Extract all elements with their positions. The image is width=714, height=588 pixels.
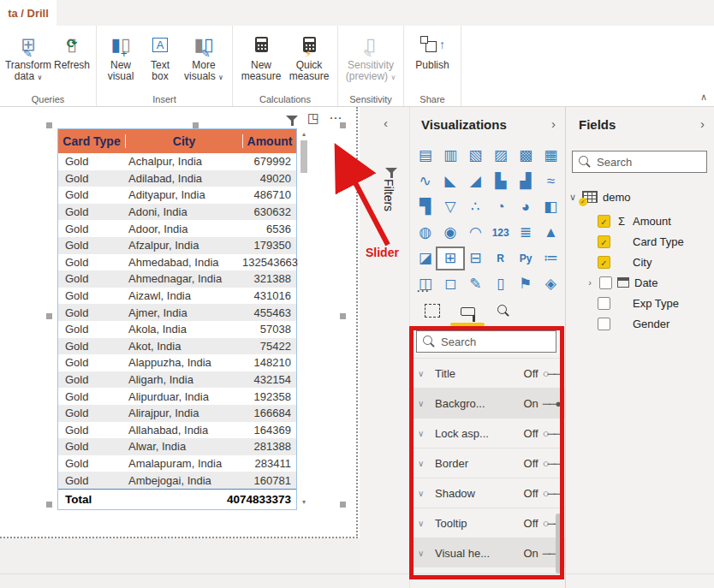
stacked-column-chart-icon[interactable]: ▥ — [437, 146, 462, 166]
format-search-input[interactable]: Search — [416, 330, 556, 353]
collapse-ribbon-icon[interactable]: ∧ — [700, 92, 707, 103]
field-exp-type[interactable]: Exp Type — [598, 293, 679, 313]
chevron-down-icon[interactable]: ∨ — [568, 192, 577, 203]
line-clustered-column-chart-icon[interactable]: ▟ — [513, 171, 538, 192]
stacked-area-chart-icon[interactable]: ◢ — [463, 171, 488, 192]
tab-analytics[interactable] — [497, 304, 510, 321]
text-box-button[interactable]: A Text box — [141, 29, 179, 82]
slicer-icon[interactable]: ◪ — [413, 248, 437, 269]
new-measure-button[interactable]: New measure — [238, 29, 284, 82]
pie-chart-icon[interactable]: ◔ — [488, 197, 513, 217]
gauge-icon[interactable]: ◠ — [463, 223, 488, 243]
column-header-card-type[interactable]: Card Type — [58, 134, 125, 148]
checkbox-card-type[interactable]: ✓ — [598, 235, 610, 248]
line-stacked-column-chart-icon[interactable]: ▙ — [488, 171, 513, 192]
100-stacked-bar-chart-icon[interactable]: ▩ — [513, 146, 538, 166]
sensitivity-button[interactable]: ▯✎ Sensitivity (preview) ∨ — [343, 29, 398, 83]
title-toggle[interactable]: ○── — [543, 367, 560, 380]
collapse-fields-icon[interactable]: › — [700, 116, 705, 131]
format-section-tooltip[interactable]: ∨ Tooltip Off ○── — [413, 508, 565, 538]
border-toggle[interactable]: ○── — [543, 457, 560, 470]
column-header-amount[interactable]: Amount — [242, 134, 296, 148]
resize-handle[interactable] — [46, 122, 52, 128]
table-scrollbar[interactable]: ▴ ▾ — [299, 128, 309, 508]
checkbox-gender[interactable] — [598, 318, 610, 330]
fields-search-input[interactable]: Search — [572, 151, 707, 173]
funnel-chart-icon[interactable]: ▽ — [437, 197, 462, 217]
table-row[interactable]: Gold Adilabad, India 49020 — [58, 170, 296, 187]
table-row[interactable]: Gold Afzalpur, India 179350 — [58, 237, 296, 254]
scrollbar-thumb[interactable] — [300, 140, 307, 173]
stacked-bar-chart-icon[interactable]: ▤ — [413, 146, 437, 166]
table-row[interactable]: Gold Alirajpur, India 166684 — [58, 405, 296, 422]
field-table-demo[interactable]: ∨ ✓ demo — [568, 187, 631, 207]
resize-handle[interactable] — [340, 502, 346, 508]
card-icon[interactable]: 123 — [488, 223, 513, 243]
checkbox-exp-type[interactable] — [598, 297, 610, 310]
resize-handle[interactable] — [340, 313, 346, 319]
field-city[interactable]: ✓ City — [598, 252, 652, 272]
python-script-icon[interactable]: Py — [513, 248, 538, 269]
line-chart-icon[interactable]: ∿ — [413, 171, 437, 192]
ribbon-chart-icon[interactable]: ≈ — [538, 171, 563, 192]
paginated-report-icon[interactable]: ▯ — [488, 274, 513, 294]
table-row[interactable]: Gold Aligarh, India 432154 — [58, 371, 296, 389]
treemap-icon[interactable]: ◧ — [538, 197, 563, 217]
kpi-icon[interactable]: ▲ — [538, 223, 563, 243]
format-section-lock-aspect[interactable]: ∨ Lock asp... Off ○── — [413, 418, 565, 448]
checkbox-city[interactable]: ✓ — [598, 256, 610, 269]
table-row[interactable]: Gold Alipurduar, India 192358 — [58, 388, 296, 405]
checkbox-amount[interactable]: ✓ — [598, 215, 610, 228]
format-section-border[interactable]: ∨ Border Off ○── — [413, 448, 565, 478]
table-icon[interactable]: ⊞ — [437, 248, 462, 269]
refresh-button[interactable]: ▯⟳ Refresh — [53, 29, 91, 71]
expand-filters-icon[interactable]: ‹ — [384, 116, 388, 130]
table-row[interactable]: Gold Adoor, India 6536 — [58, 220, 296, 237]
table-row[interactable]: Gold Amalapuram, India 283411 — [58, 455, 296, 472]
table-row[interactable]: Gold Alwar, India 281388 — [58, 438, 296, 455]
table-row[interactable]: Gold Adityapur, India 486710 — [58, 187, 296, 204]
clustered-column-chart-icon[interactable]: ▨ — [488, 146, 513, 166]
table-row[interactable]: Gold Ahmedabad, India 132543663 — [58, 254, 296, 271]
table-row[interactable]: Gold Akola, India 57038 — [58, 321, 296, 338]
checkbox-date[interactable] — [599, 276, 612, 289]
scatter-chart-icon[interactable]: ∴ — [463, 197, 488, 217]
lock-aspect-toggle[interactable]: ○── — [543, 427, 560, 440]
format-section-visual-header[interactable]: ∨ Visual he... On ──● — [413, 538, 565, 567]
scroll-up-icon[interactable]: ▴ — [299, 130, 309, 138]
chevron-right-icon[interactable]: › — [586, 277, 594, 288]
filters-pane-icon[interactable] — [385, 162, 397, 177]
focus-mode-icon[interactable]: ◳ — [307, 110, 319, 126]
table-row[interactable]: Gold Adoni, India 630632 — [58, 204, 296, 221]
arcgis-map-icon[interactable]: ⚑ — [513, 274, 538, 294]
resize-handle[interactable] — [340, 122, 346, 128]
table-row[interactable]: Gold Ajmer, India 455463 — [58, 304, 296, 321]
scroll-down-icon[interactable]: ▾ — [299, 498, 309, 506]
multi-row-card-icon[interactable]: ≣ — [513, 223, 538, 243]
resize-handle[interactable] — [46, 313, 52, 319]
clustered-bar-chart-icon[interactable]: ▧ — [463, 146, 488, 166]
smart-narrative-icon[interactable]: ✎ — [463, 274, 488, 294]
collapse-visualizations-icon[interactable]: › — [551, 116, 556, 131]
field-date[interactable]: › Date — [586, 272, 657, 293]
area-chart-icon[interactable]: ◣ — [437, 171, 462, 192]
matrix-icon[interactable]: ⊟ — [463, 248, 488, 269]
tab-fields[interactable] — [425, 304, 440, 321]
format-section-background[interactable]: ∨ Backgro... On ──● — [413, 388, 565, 418]
filled-map-icon[interactable]: ◉ — [437, 223, 462, 243]
field-card-type[interactable]: ✓ Card Type — [598, 231, 684, 252]
format-pane-scrollbar[interactable] — [556, 514, 561, 573]
table-row[interactable]: Gold Aizawl, India 431016 — [58, 288, 296, 305]
donut-chart-icon[interactable]: ◕ — [513, 197, 538, 217]
field-amount[interactable]: ✓ Σ Amount — [598, 211, 671, 231]
format-section-title[interactable]: ∨ Title Off ○── — [413, 358, 565, 388]
table-row[interactable]: Gold Ambejogai, India 160781 — [58, 472, 296, 489]
format-section-shadow[interactable]: ∨ Shadow Off ○── — [413, 478, 565, 508]
new-visual-button[interactable]: ▮▯+ New visual — [102, 29, 140, 82]
resize-handle[interactable] — [46, 502, 52, 508]
report-tab[interactable]: ta / Drill — [0, 0, 57, 26]
table-row[interactable]: Gold Allahabad, India 164369 — [58, 422, 296, 439]
transform-data-button[interactable]: ⊞✎ Transform data ∨ — [5, 29, 51, 83]
r-script-icon[interactable]: R — [488, 248, 513, 269]
publish-button[interactable]: ↑ Publish — [409, 29, 455, 71]
